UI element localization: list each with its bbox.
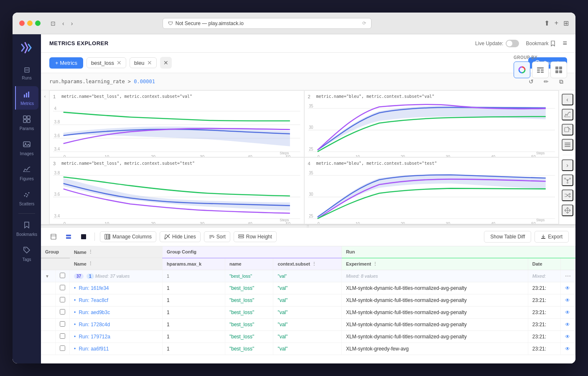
row-3-checkbox[interactable]	[60, 309, 65, 315]
share-icon[interactable]: ⬆	[544, 19, 550, 27]
group-collapse-button[interactable]: ▼	[45, 274, 49, 279]
right-move-icon[interactable]	[562, 205, 573, 216]
row-height-button[interactable]: Row Height	[234, 231, 277, 242]
maximize-button[interactable]	[35, 20, 41, 26]
group-more-cell: ⋯	[561, 270, 575, 282]
row-4-checkbox[interactable]	[60, 321, 65, 327]
collapse-charts-button[interactable]: ‹	[41, 90, 49, 224]
chart-4: 4 metric.name="bleu", metric.context.sub…	[304, 157, 559, 224]
svg-rect-7	[23, 142, 30, 147]
svg-text:3.4: 3.4	[54, 214, 60, 218]
collapse-right-button[interactable]: ‹	[562, 94, 573, 105]
eye-icon-6[interactable]: 👁	[565, 346, 570, 352]
group-by-grid-button[interactable]	[550, 61, 567, 78]
name-sub-sort-icon[interactable]: ⋮	[88, 261, 93, 266]
run-link-4[interactable]: Run: 1728c4d	[79, 322, 110, 327]
right-node-icon[interactable]	[562, 174, 573, 186]
run-link-6[interactable]: Run: aa6f911	[79, 346, 109, 352]
add-metrics-button[interactable]: + Metrics	[49, 57, 83, 69]
live-update-toggle[interactable]	[506, 40, 519, 47]
remove-best-loss-button[interactable]: ✕	[117, 59, 122, 66]
right-collapse-button2[interactable]: ›	[562, 159, 573, 171]
name-sort-icon[interactable]: ⋮	[88, 249, 93, 255]
svg-text:40: 40	[248, 222, 252, 224]
sidebar-item-tags[interactable]: Tags	[15, 242, 38, 266]
address-bar[interactable]: 🛡 Not Secure — play.aimstack.io ⟳	[163, 18, 372, 29]
right-list-icon[interactable]	[562, 139, 573, 151]
group-by-buttons	[514, 61, 567, 78]
row-height-label: Row Height	[246, 234, 272, 240]
scatters-icon	[23, 191, 31, 200]
sidebar-logo	[18, 39, 35, 56]
export-button[interactable]: Export	[535, 231, 569, 243]
menu-icon[interactable]: ≡	[563, 39, 567, 48]
row-3-metric-name: "best_loss"	[225, 306, 273, 318]
sidebar-toggle-btn[interactable]: ⊡	[49, 19, 57, 28]
run-link-5[interactable]: Run: 179712a	[79, 334, 110, 340]
group-experiment-mixed: Mixed: 8 values	[346, 274, 378, 279]
forward-btn[interactable]: ›	[69, 19, 75, 28]
clear-all-button[interactable]: ✕	[160, 57, 172, 69]
svg-point-13	[28, 192, 30, 193]
hide-lines-button[interactable]: Hide Lines	[160, 231, 201, 242]
experiment-sort-icon[interactable]: ⋮	[373, 261, 377, 267]
sidebar-item-metrics[interactable]: Metrics	[15, 86, 38, 110]
minimize-button[interactable]	[27, 20, 33, 26]
svg-point-10	[24, 195, 25, 196]
close-button[interactable]	[19, 20, 25, 26]
filter-text: run.hparams.learning_rate > 0.00001	[49, 79, 155, 84]
sidebar-item-bookmarks[interactable]: Bookmarks	[15, 217, 38, 240]
run-link-1[interactable]: Run: 161fe34	[79, 285, 109, 291]
group-more-button[interactable]: ⋯	[565, 273, 571, 279]
group-checkbox-cell	[55, 270, 69, 282]
right-edit-icon[interactable]	[562, 124, 573, 136]
chart-2-svg: 35 30 25 0 10 20 30 40 50 Steps	[308, 100, 555, 157]
row-6-experiment: XLM-syntok-greedy-few-avg	[341, 343, 528, 355]
run-link-2[interactable]: Run: 7eac8cf	[79, 297, 108, 303]
eye-icon-5[interactable]: 👁	[565, 334, 570, 340]
tabs-icon[interactable]: ⊞	[563, 19, 569, 27]
row-6-checkbox[interactable]	[60, 345, 65, 351]
eye-icon-4[interactable]: 👁	[565, 322, 570, 327]
run-column-header: Run	[341, 246, 575, 258]
svg-text:25: 25	[309, 147, 313, 152]
row-2-experiment: XLM-syntok-dynamic-full-titles-normalize…	[341, 294, 528, 306]
row-1-checkbox[interactable]	[60, 285, 65, 290]
row-3-name: • Run: aed9b3c	[69, 306, 162, 318]
eye-icon-1[interactable]: 👁	[565, 285, 570, 291]
group-checkbox[interactable]	[60, 273, 65, 278]
row-checkbox-4	[55, 318, 69, 330]
row-view-button[interactable]	[63, 231, 74, 243]
run-link-3[interactable]: Run: aed9b3c	[79, 309, 110, 315]
sidebar-item-runs[interactable]: ⊟ Runs	[15, 61, 38, 84]
remove-bleu-button[interactable]: ✕	[147, 59, 152, 66]
eye-icon-2[interactable]: 👁	[565, 297, 570, 303]
row-5-checkbox[interactable]	[60, 333, 65, 339]
right-shuffle-icon[interactable]	[562, 189, 573, 201]
row-3-date: 23:21:	[528, 306, 560, 318]
sidebar-item-params[interactable]: Params	[15, 111, 38, 135]
context-sort-icon[interactable]: ⋮	[312, 261, 316, 267]
group-count-badge: 37	[74, 274, 84, 279]
show-table-diff-button[interactable]: Show Table Diff	[484, 231, 531, 243]
eye-icon-3[interactable]: 👁	[565, 309, 570, 315]
manage-columns-button[interactable]: Manage Columns	[100, 231, 156, 242]
name-column-header: Name ⋮	[69, 246, 162, 258]
table-view-button[interactable]	[48, 231, 59, 243]
row-2-checkbox[interactable]	[60, 297, 65, 302]
sidebar-item-images[interactable]: Images	[15, 136, 38, 160]
bookmark-button[interactable]: Bookmark	[526, 41, 556, 46]
group-by-color-button[interactable]	[514, 61, 530, 78]
right-panel: ‹	[559, 90, 575, 224]
list-view-button[interactable]	[78, 231, 89, 243]
group-by-table-button[interactable]	[532, 61, 549, 78]
right-chart-icon[interactable]	[562, 109, 573, 120]
sort-button[interactable]: Sort	[204, 231, 230, 242]
sidebar-item-scatters[interactable]: Scatters	[15, 187, 38, 210]
new-tab-icon[interactable]: +	[555, 19, 558, 27]
sidebar-divider	[18, 213, 35, 214]
reload-icon[interactable]: ⟳	[362, 20, 366, 26]
chart-2-number: 2	[308, 94, 311, 99]
back-btn[interactable]: ‹	[61, 19, 66, 28]
sidebar-item-figures[interactable]: Figures	[15, 161, 38, 185]
